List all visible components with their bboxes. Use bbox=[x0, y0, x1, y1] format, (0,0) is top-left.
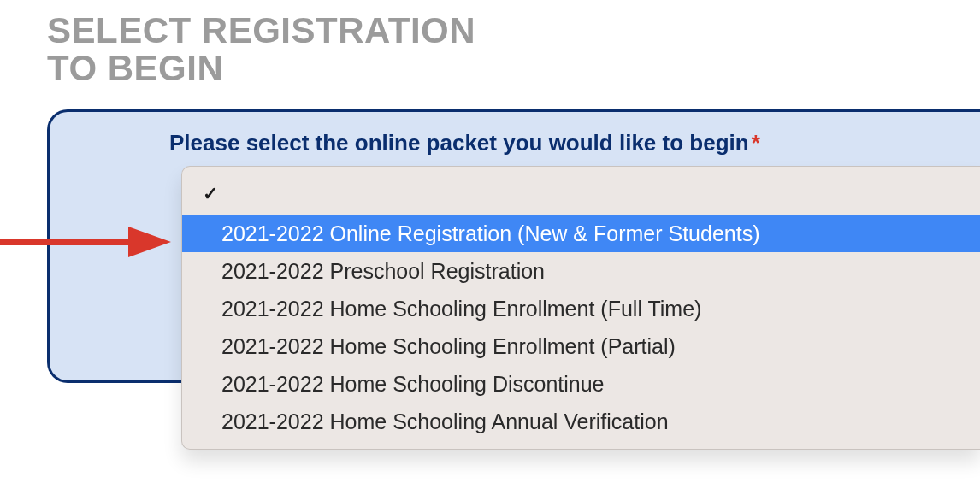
prompt-label: Please select the online packet you woul… bbox=[169, 130, 749, 156]
dropdown-option-online-registration[interactable]: 2021-2022 Online Registration (New & For… bbox=[182, 215, 980, 252]
heading-line-1: SELECT REGISTRATION bbox=[47, 12, 475, 50]
dropdown-option-home-schooling-verification[interactable]: 2021-2022 Home Schooling Annual Verifica… bbox=[182, 403, 980, 440]
prompt-label-container: Please select the online packet you woul… bbox=[169, 130, 760, 156]
heading-line-2: TO BEGIN bbox=[47, 50, 475, 87]
dropdown-option-label: 2021-2022 Home Schooling Annual Verifica… bbox=[221, 409, 669, 434]
packet-dropdown[interactable]: ✓ 2021-2022 Online Registration (New & F… bbox=[181, 166, 980, 450]
dropdown-option-label: 2021-2022 Home Schooling Enrollment (Ful… bbox=[221, 297, 701, 321]
dropdown-option-label: 2021-2022 Preschool Registration bbox=[221, 259, 545, 284]
dropdown-option-label: 2021-2022 Home Schooling Discontinue bbox=[221, 372, 605, 397]
dropdown-option-label: 2021-2022 Online Registration (New & For… bbox=[221, 221, 759, 246]
dropdown-option-preschool[interactable]: 2021-2022 Preschool Registration bbox=[182, 252, 980, 290]
dropdown-option-label: 2021-2022 Home Schooling Enrollment (Par… bbox=[221, 334, 676, 359]
required-asterisk: * bbox=[752, 130, 760, 156]
dropdown-option-home-schooling-fulltime[interactable]: 2021-2022 Home Schooling Enrollment (Ful… bbox=[182, 290, 980, 327]
dropdown-option-home-schooling-discontinue[interactable]: 2021-2022 Home Schooling Discontinue bbox=[182, 365, 980, 403]
dropdown-option-home-schooling-partial[interactable]: 2021-2022 Home Schooling Enrollment (Par… bbox=[182, 327, 980, 365]
dropdown-option-blank[interactable]: ✓ bbox=[182, 174, 980, 215]
page-heading: SELECT REGISTRATION TO BEGIN bbox=[47, 12, 475, 87]
checkmark-icon: ✓ bbox=[203, 183, 218, 205]
